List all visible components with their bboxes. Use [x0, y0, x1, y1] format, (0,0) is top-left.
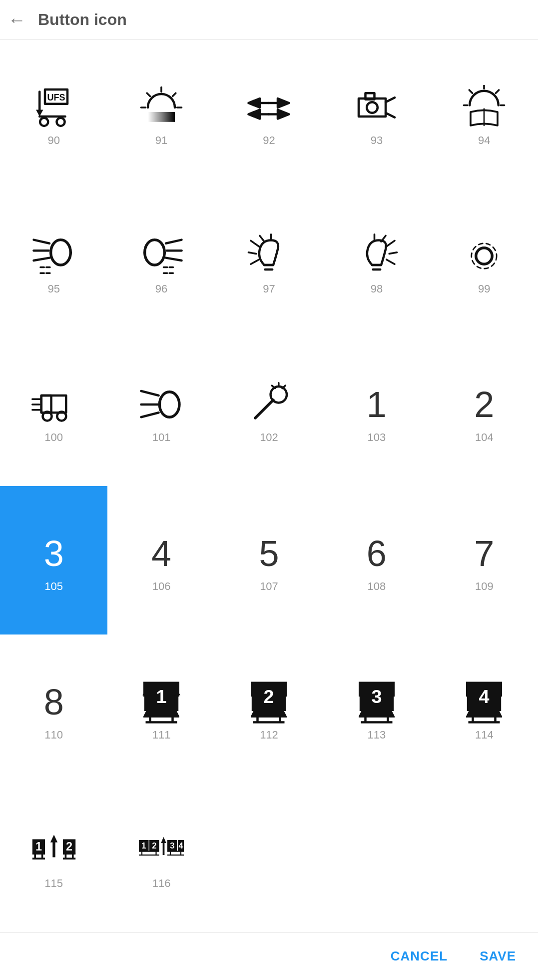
icon-105: 3 — [31, 531, 76, 576]
icon-cell-96[interactable]: 96 — [107, 188, 215, 337]
icon-cell-108[interactable]: 6 108 — [323, 486, 430, 634]
svg-text:1: 1 — [156, 686, 167, 707]
icon-cell-113[interactable]: 3 113 — [323, 634, 430, 783]
icon-label-106: 106 — [152, 580, 171, 593]
save-button[interactable]: SAVE — [474, 944, 522, 968]
icon-cell-115[interactable]: 1 2 115 — [0, 784, 107, 932]
svg-line-28 — [470, 90, 473, 93]
icon-107: 5 — [246, 531, 291, 576]
svg-point-32 — [50, 240, 70, 265]
svg-line-54 — [389, 252, 397, 254]
icon-cell-106[interactable]: 4 106 — [107, 486, 215, 634]
svg-point-6 — [56, 118, 64, 126]
icon-label-95: 95 — [47, 282, 59, 296]
icon-cell-90[interactable]: UFS 90 — [0, 40, 107, 188]
icon-96 — [139, 234, 184, 278]
icon-110: 8 — [31, 680, 76, 724]
icon-label-108: 108 — [368, 580, 386, 593]
icon-label-98: 98 — [371, 282, 383, 296]
svg-text:3: 3 — [371, 686, 382, 707]
icon-cell-103[interactable]: 1 103 — [323, 338, 430, 486]
icon-104: 2 — [462, 382, 507, 427]
icon-label-111: 111 — [152, 728, 171, 742]
svg-text:1: 1 — [35, 840, 42, 853]
icon-cell-116[interactable]: 1 2 3 4 — [107, 784, 215, 932]
icon-cell-101[interactable]: 101 — [107, 338, 215, 486]
icon-label-105: 105 — [44, 580, 63, 593]
icon-label-103: 103 — [368, 431, 386, 444]
svg-line-39 — [166, 240, 182, 244]
svg-rect-63 — [41, 396, 66, 412]
icon-cell-97[interactable]: 97 — [215, 188, 323, 337]
svg-text:2: 2 — [152, 841, 156, 850]
icon-label-93: 93 — [371, 134, 383, 147]
icon-cell-92[interactable]: 92 — [215, 40, 323, 188]
icon-113: 3 — [354, 680, 399, 724]
icon-cell-98[interactable]: 98 — [323, 188, 430, 337]
icon-cell-94[interactable]: 94 — [431, 40, 538, 188]
icon-label-102: 102 — [260, 431, 278, 444]
icon-cell-109[interactable]: 7 109 — [431, 486, 538, 634]
icon-label-92: 92 — [263, 134, 275, 147]
svg-text:3: 3 — [170, 841, 174, 850]
icon-cell-99[interactable]: 99 — [431, 188, 538, 337]
svg-line-33 — [33, 240, 49, 244]
svg-marker-13 — [249, 98, 260, 108]
icon-90: UFS — [31, 85, 76, 130]
icon-label-107: 107 — [260, 580, 278, 593]
footer: CANCEL SAVE — [0, 932, 538, 980]
icon-cell-107[interactable]: 5 107 — [215, 486, 323, 634]
icon-label-109: 109 — [475, 580, 494, 593]
icon-109: 7 — [462, 531, 507, 576]
svg-rect-64 — [41, 396, 51, 412]
icon-114: 4 — [462, 680, 507, 724]
icon-label-115: 115 — [44, 877, 63, 890]
svg-point-22 — [367, 102, 378, 113]
icon-label-116: 116 — [152, 877, 171, 890]
icon-cell-91[interactable]: 91 — [107, 40, 215, 188]
svg-point-5 — [40, 118, 48, 126]
icon-103: 1 — [354, 382, 399, 427]
icon-95 — [31, 234, 76, 278]
svg-marker-139 — [161, 837, 166, 843]
icon-108: 6 — [354, 531, 399, 576]
icon-cell-112[interactable]: 2 112 — [215, 634, 323, 783]
icon-label-112: 112 — [260, 728, 278, 742]
svg-point-72 — [271, 386, 287, 402]
icon-cell-110[interactable]: 8 110 — [0, 634, 107, 783]
cancel-button[interactable]: CANCEL — [385, 944, 454, 968]
svg-line-47 — [249, 252, 256, 254]
icon-cell-104[interactable]: 2 104 — [431, 338, 538, 486]
icon-label-104: 104 — [475, 431, 494, 444]
svg-rect-12 — [148, 112, 175, 122]
icon-label-90: 90 — [47, 134, 59, 147]
icon-cell-100[interactable]: 100 — [0, 338, 107, 486]
icon-101 — [139, 382, 184, 427]
svg-point-58 — [476, 248, 492, 264]
icon-100 — [31, 382, 76, 427]
svg-text:2: 2 — [66, 840, 72, 853]
svg-marker-17 — [249, 110, 260, 118]
icon-label-100: 100 — [44, 431, 63, 444]
svg-line-68 — [141, 391, 159, 396]
svg-point-38 — [145, 240, 165, 265]
icon-116: 1 2 3 4 — [139, 828, 184, 873]
icon-106: 4 — [139, 531, 184, 576]
icon-cell-105[interactable]: 3 105 — [0, 486, 107, 634]
icon-97 — [246, 234, 291, 278]
icon-cell-95[interactable]: 95 — [0, 188, 107, 337]
icon-cell-111[interactable]: 1 111 — [107, 634, 215, 783]
icon-label-96: 96 — [155, 282, 167, 296]
icon-grid: UFS 90 — [0, 40, 538, 932]
icon-cell-114[interactable]: 4 114 — [431, 634, 538, 783]
icon-cell-93[interactable]: 93 — [323, 40, 430, 188]
icon-112: 2 — [246, 680, 291, 724]
svg-text:4: 4 — [479, 686, 490, 707]
header: ← Button icon — [0, 0, 538, 40]
icon-cell-102[interactable]: 102 — [215, 338, 323, 486]
back-button[interactable]: ← — [8, 11, 26, 29]
svg-line-46 — [251, 240, 260, 247]
svg-line-8 — [173, 93, 176, 96]
svg-marker-15 — [278, 98, 289, 108]
icon-label-97: 97 — [263, 282, 275, 296]
